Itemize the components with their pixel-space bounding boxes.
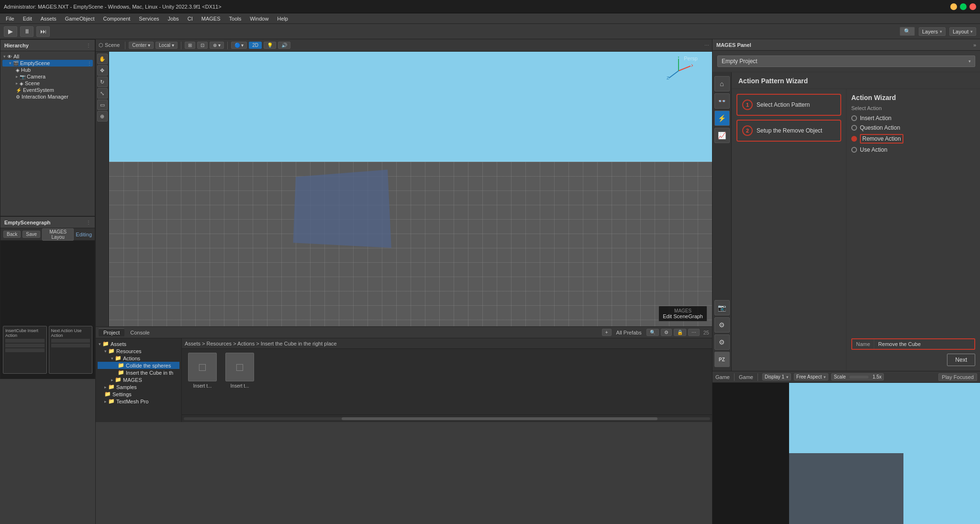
scale-slider[interactable] bbox=[849, 376, 869, 379]
project-search-button[interactable]: 🔍 bbox=[646, 329, 659, 336]
project-main: Assets > Resources > Actions > Insert th… bbox=[182, 338, 712, 422]
maximize-button[interactable] bbox=[960, 3, 967, 10]
hierarchy-emptyscene[interactable]: ▾ 🎬 EmptyScene ⋮ bbox=[2, 60, 93, 67]
minimize-button[interactable] bbox=[950, 3, 957, 10]
gizmos-button[interactable]: ⊕ ▾ bbox=[210, 42, 224, 49]
node-graph-viewport[interactable]: InsertCube Insert Action Next Action Use… bbox=[0, 241, 95, 379]
tree-actions[interactable]: ▾ 📁 Actions bbox=[98, 355, 179, 362]
render-mode-button[interactable]: 🔵 ▾ bbox=[231, 42, 247, 49]
apw-step-2[interactable]: 2 Setup the Remove Object bbox=[736, 120, 841, 142]
project-dropdown[interactable]: Empty Project ▾ bbox=[717, 56, 975, 67]
asset-insert1[interactable]: □ Insert t... bbox=[186, 353, 219, 389]
menu-ci[interactable]: CI bbox=[184, 15, 197, 22]
hierarchy-interaction-manager[interactable]: ⚙ Interaction Manager bbox=[2, 93, 93, 100]
menu-tools[interactable]: Tools bbox=[225, 15, 245, 22]
layers-dropdown[interactable]: Layers ▾ bbox=[919, 27, 946, 36]
radio-use[interactable]: Use Action bbox=[851, 146, 975, 153]
hierarchy-scene[interactable]: ▸ ◈ Scene bbox=[2, 80, 93, 87]
project-lock-button[interactable]: 🔒 bbox=[674, 329, 686, 336]
scale-tool[interactable]: ⤡ bbox=[97, 88, 108, 99]
grid-button[interactable]: ⊞ bbox=[185, 42, 195, 49]
audio-button[interactable]: 🔊 bbox=[278, 42, 290, 49]
display-dropdown[interactable]: Display 1 ▾ bbox=[762, 373, 791, 380]
menu-services[interactable]: Services bbox=[135, 15, 163, 22]
radio-question[interactable]: Question Action bbox=[851, 124, 975, 131]
move-tool[interactable]: ✥ bbox=[97, 65, 108, 76]
hand-tool[interactable]: ✋ bbox=[97, 54, 108, 64]
menu-assets[interactable]: Assets bbox=[37, 15, 60, 22]
play-focused-label[interactable]: Play Focused bbox=[938, 373, 977, 381]
apw-steps-list: 1 Select Action Pattern 2 Setup the Remo… bbox=[732, 89, 846, 371]
menu-component[interactable]: Component bbox=[99, 15, 134, 22]
tree-resources[interactable]: ▾ 📁 Resources bbox=[98, 347, 179, 355]
scene-graph-options[interactable]: ⋮ bbox=[86, 220, 91, 225]
play-button[interactable]: ▶ bbox=[4, 26, 17, 37]
step-button[interactable]: ⏭ bbox=[36, 26, 50, 37]
mages-chart-icon[interactable]: 📈 bbox=[714, 128, 730, 143]
apw-step-1[interactable]: 1 Select Action Pattern bbox=[736, 94, 841, 116]
tree-textmesh[interactable]: ▸ 📁 TextMesh Pro bbox=[98, 398, 179, 405]
scene-mages-button[interactable]: MAGES Edit SceneGraph bbox=[658, 306, 707, 322]
center-pivot-button[interactable]: Center ▾ bbox=[129, 42, 154, 49]
tab-project[interactable]: Project bbox=[99, 328, 124, 336]
mages-share-icon[interactable]: ⚡ bbox=[714, 111, 730, 126]
hierarchy-interaction-manager-label: Interaction Manager bbox=[22, 94, 68, 100]
menu-help[interactable]: Help bbox=[273, 15, 292, 22]
mages-settings-icon[interactable]: ⚙ bbox=[714, 317, 730, 333]
hierarchy-camera[interactable]: ▸ 📷 Camera bbox=[2, 73, 93, 80]
tree-insert-cube[interactable]: 📁 Insert the Cube in th bbox=[98, 369, 179, 376]
radio-remove[interactable]: Remove Action bbox=[851, 134, 975, 144]
game-viewport[interactable] bbox=[713, 383, 980, 524]
menu-gameobject[interactable]: GameObject bbox=[61, 15, 99, 22]
mages-panel-expand[interactable]: » bbox=[973, 42, 976, 48]
menu-edit[interactable]: Edit bbox=[19, 15, 36, 22]
tree-collide-spheres[interactable]: 📁 Collide the spheres bbox=[98, 362, 179, 369]
2d-mode-button[interactable]: 2D bbox=[249, 42, 262, 49]
menu-file[interactable]: File bbox=[2, 15, 18, 22]
hierarchy-eventsystem[interactable]: ⚡ EventSystem bbox=[2, 87, 93, 93]
menu-window[interactable]: Window bbox=[246, 15, 272, 22]
project-more-button[interactable]: ⋯ bbox=[688, 329, 700, 336]
scale-dropdown[interactable]: Scale 1.5x bbox=[831, 373, 884, 380]
pause-button[interactable]: ⏸ bbox=[20, 26, 33, 37]
mages-pz-icon[interactable]: PZ bbox=[714, 352, 730, 367]
next-button[interactable]: Next bbox=[947, 354, 975, 366]
save-button[interactable]: Save bbox=[22, 231, 40, 238]
rotate-tool[interactable]: ↻ bbox=[97, 77, 108, 87]
local-global-button[interactable]: Local ▾ bbox=[156, 42, 178, 49]
menu-jobs[interactable]: Jobs bbox=[164, 15, 183, 22]
tree-mages[interactable]: ▸ 📁 MAGES bbox=[98, 376, 179, 383]
aspect-dropdown[interactable]: Free Aspect ▾ bbox=[794, 373, 828, 380]
search-button[interactable]: 🔍 bbox=[900, 27, 915, 36]
scene-viewport[interactable]: X Y Z Persp MAGES Edit SceneGraph bbox=[109, 52, 712, 326]
mages-vr-icon[interactable]: 👓 bbox=[714, 93, 730, 109]
tree-samples[interactable]: ▸ 📁 Samples bbox=[98, 383, 179, 390]
back-button[interactable]: Back bbox=[3, 231, 21, 238]
mages-home-icon[interactable]: ⌂ bbox=[714, 76, 730, 91]
asset-scrollbar[interactable] bbox=[182, 414, 712, 422]
transform-tool[interactable]: ⊕ bbox=[97, 111, 108, 122]
tree-settings[interactable]: 📁 Settings bbox=[98, 390, 179, 398]
mages-gear2-icon[interactable]: ⚙ bbox=[714, 334, 730, 350]
close-button[interactable] bbox=[969, 3, 976, 10]
menu-mages[interactable]: MAGES bbox=[198, 15, 224, 22]
layout-dropdown[interactable]: Layout ▾ bbox=[949, 27, 976, 36]
name-field-value[interactable]: Remove the Cube bbox=[874, 339, 974, 349]
scrollbar-thumb[interactable] bbox=[342, 417, 657, 420]
snap-button[interactable]: ⊡ bbox=[197, 42, 208, 49]
mages-camera-icon[interactable]: 📷 bbox=[714, 300, 730, 315]
tab-console[interactable]: Console bbox=[125, 329, 154, 336]
hierarchy-emptyscene-options[interactable]: ⋮ bbox=[87, 61, 92, 66]
asset-insert2[interactable]: □ Insert t... bbox=[223, 353, 256, 389]
radio-insert[interactable]: Insert Action bbox=[851, 115, 975, 122]
light-button[interactable]: 💡 bbox=[264, 42, 276, 49]
rect-tool[interactable]: ▭ bbox=[97, 100, 108, 110]
hierarchy-options[interactable]: ⋮ bbox=[86, 43, 91, 48]
hierarchy-hub[interactable]: ◈ Hub bbox=[2, 67, 93, 73]
project-settings-button[interactable]: ⚙ bbox=[661, 329, 672, 336]
scene-toolbar-more[interactable]: ⋯ bbox=[704, 43, 709, 48]
tree-assets[interactable]: ▾ 📁 Assets bbox=[98, 340, 179, 347]
layout-button[interactable]: MAGES Layou bbox=[42, 228, 74, 241]
add-asset-button[interactable]: + bbox=[602, 329, 612, 336]
hierarchy-all[interactable]: ▾ 👁 All bbox=[2, 53, 93, 60]
